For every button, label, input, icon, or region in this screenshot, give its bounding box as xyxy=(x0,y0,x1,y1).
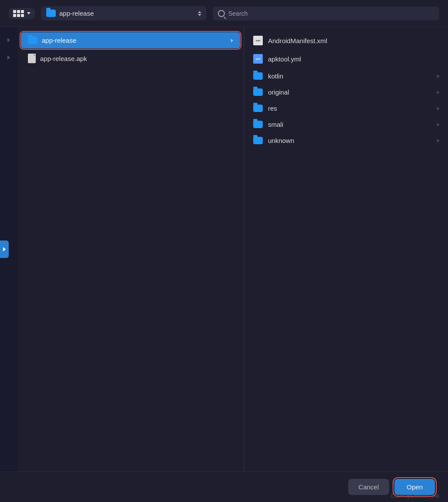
sidebar-item-1[interactable] xyxy=(0,31,17,49)
arrow-up-icon xyxy=(198,11,201,13)
sidebar-item-2[interactable] xyxy=(0,49,17,66)
chevron-down-icon xyxy=(27,12,31,14)
chevron-right-icon xyxy=(437,75,439,78)
chevron-right-icon xyxy=(437,107,439,110)
open-button[interactable]: Open xyxy=(394,479,435,495)
list-item[interactable]: original xyxy=(244,84,448,100)
file-name: res xyxy=(268,105,432,112)
file-name: original xyxy=(268,88,432,96)
list-item[interactable]: app-release.apk xyxy=(21,49,240,68)
file-list: app-release app-release.apk xyxy=(17,27,244,471)
chevron-right-icon xyxy=(437,139,439,142)
list-item[interactable]: unknown xyxy=(244,132,448,149)
folder-icon xyxy=(253,105,263,112)
sidebar-chevron-icon xyxy=(7,55,10,60)
location-bar-left: app-release xyxy=(46,10,94,17)
expand-chevron-icon xyxy=(3,247,6,251)
search-placeholder: Search xyxy=(228,10,248,17)
watermark: CSDN @Snooker_146 xyxy=(391,493,439,499)
folder-icon xyxy=(46,10,56,17)
search-bar[interactable]: Search xyxy=(213,7,439,20)
folder-icon xyxy=(28,37,37,44)
file-name: app-release.apk xyxy=(40,55,87,62)
folder-icon xyxy=(253,88,263,96)
list-item[interactable]: res xyxy=(244,100,448,116)
chevron-right-icon xyxy=(437,91,439,94)
file-name: smali xyxy=(268,121,432,128)
file-name: kotlin xyxy=(268,72,432,80)
content-area: app-release app-release.apk xml AndroidM… xyxy=(0,27,448,471)
yml-icon: yml xyxy=(253,54,263,64)
location-text: app-release xyxy=(59,10,94,17)
folder-icon xyxy=(253,137,263,144)
chevron-right-icon xyxy=(437,123,439,126)
file-name: AndroidManifest.xml xyxy=(268,37,439,44)
chevron-right-icon xyxy=(231,39,233,42)
location-bar[interactable]: app-release xyxy=(41,6,207,20)
location-arrows[interactable] xyxy=(198,11,201,16)
grid-icon xyxy=(13,10,24,17)
cancel-button[interactable]: Cancel xyxy=(348,479,390,495)
bottom-bar: Cancel Open CSDN @Snooker_146 xyxy=(0,471,448,502)
folder-icon xyxy=(253,121,263,128)
xml-icon: xml xyxy=(253,36,263,45)
folder-icon xyxy=(253,72,263,80)
search-icon xyxy=(218,10,225,17)
file-name: unknown xyxy=(268,137,432,144)
sidebar-chevron-icon xyxy=(7,38,10,42)
list-item[interactable]: kotlin xyxy=(244,68,448,84)
view-switcher[interactable] xyxy=(9,8,35,19)
file-name: apktool.yml xyxy=(268,55,439,63)
file-icon xyxy=(28,54,36,63)
sidebar-expand-button[interactable] xyxy=(0,241,9,258)
list-item[interactable]: xml AndroidManifest.xml xyxy=(244,31,448,50)
list-item[interactable]: smali xyxy=(244,116,448,132)
toolbar: app-release Search xyxy=(0,0,448,27)
list-item[interactable]: yml apktool.yml xyxy=(244,50,448,68)
arrow-down-icon xyxy=(198,14,201,16)
right-panel: xml AndroidManifest.xml yml apktool.yml … xyxy=(244,27,448,471)
file-name: app-release xyxy=(42,37,76,44)
list-item[interactable]: app-release xyxy=(21,32,240,48)
left-panel: app-release app-release.apk xyxy=(0,27,244,471)
